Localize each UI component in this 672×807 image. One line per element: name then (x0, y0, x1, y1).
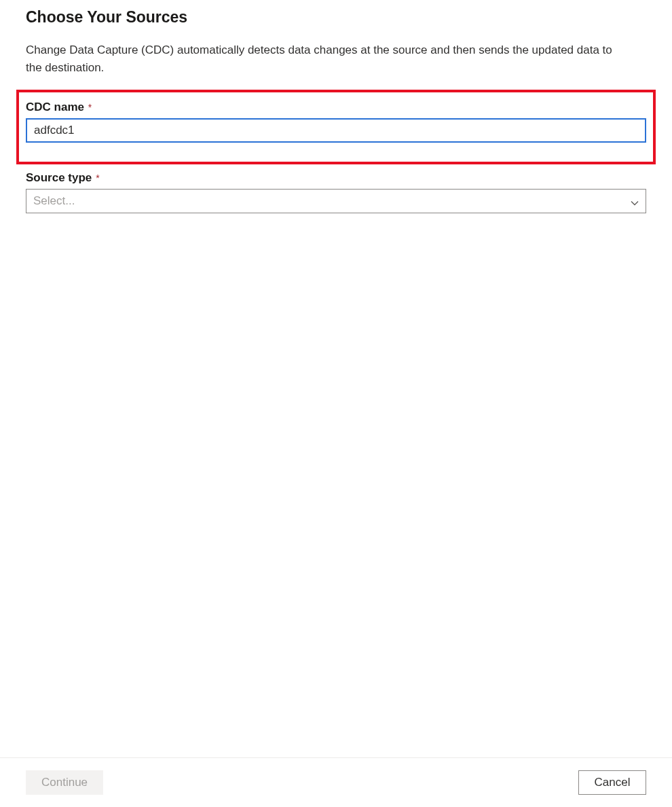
page-description: Change Data Capture (CDC) automatically … (26, 41, 623, 76)
continue-button[interactable]: Continue (26, 770, 103, 795)
cdc-name-input[interactable] (26, 118, 646, 143)
source-type-select[interactable]: Select... (26, 189, 646, 213)
source-type-placeholder: Select... (33, 194, 75, 208)
cdc-name-field-group: CDC name * (26, 101, 646, 143)
cdc-name-label-text: CDC name (26, 101, 84, 114)
chevron-down-icon (631, 197, 639, 205)
cdc-name-label: CDC name * (26, 102, 92, 113)
page-title: Choose Your Sources (26, 8, 646, 26)
source-type-field-group: Source type * Select... (26, 171, 646, 213)
source-type-select-wrapper: Select... (26, 189, 646, 213)
form-content: Choose Your Sources Change Data Capture … (0, 0, 672, 213)
footer-bar: Continue Cancel (0, 757, 672, 807)
required-asterisk-icon: * (88, 102, 92, 113)
source-type-label: Source type * (26, 173, 100, 183)
required-asterisk-icon: * (96, 173, 99, 183)
source-type-label-text: Source type (26, 171, 92, 185)
cdc-name-highlight: CDC name * (16, 90, 656, 164)
cancel-button[interactable]: Cancel (578, 770, 646, 795)
